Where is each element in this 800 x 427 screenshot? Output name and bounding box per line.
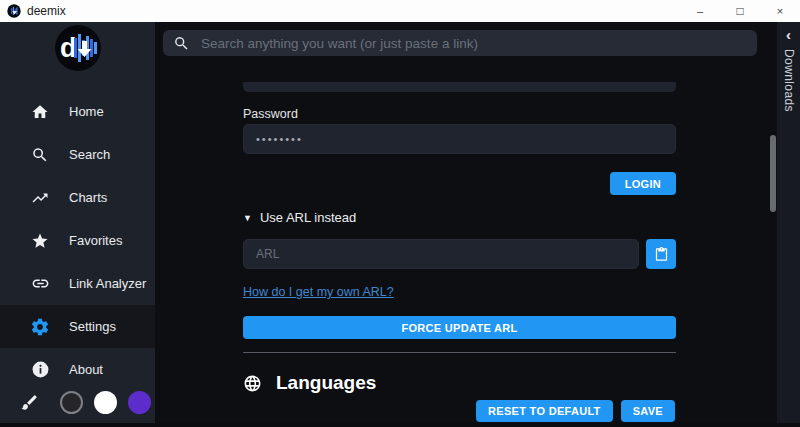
arl-help-link-wrap: How do I get my own ARL? (243, 282, 676, 300)
sidebar-item-label: Home (69, 104, 104, 119)
arl-input[interactable] (243, 239, 639, 269)
downloads-panel-tab[interactable]: ‹ Downloads (777, 22, 800, 427)
sidebar-item-search[interactable]: Search (0, 133, 155, 176)
paste-arl-button[interactable] (646, 239, 676, 269)
sidebar-item-home[interactable]: Home (0, 90, 155, 133)
main-content: Password LOGIN ▼ Use ARL instead How d (155, 22, 777, 427)
app-body: d Home (0, 22, 800, 427)
window-title: deemix (27, 4, 66, 18)
search-icon (173, 35, 190, 52)
theme-picker (0, 391, 155, 414)
theme-dark-swatch[interactable] (60, 391, 83, 414)
deemix-window: deemix – □ × d (0, 0, 800, 427)
chevron-left-icon[interactable]: ‹ (786, 27, 791, 42)
home-icon (30, 103, 50, 121)
minimize-icon[interactable]: – (680, 0, 720, 22)
theme-circles (60, 391, 151, 414)
settings-scroll-area: Password LOGIN ▼ Use ARL instead How d (243, 78, 676, 394)
sidebar-item-settings[interactable]: Settings (0, 305, 155, 348)
password-input[interactable] (243, 124, 676, 154)
login-row: LOGIN (243, 172, 676, 195)
email-input-partial[interactable] (243, 82, 676, 92)
login-button[interactable]: LOGIN (610, 172, 676, 195)
arl-input-row (243, 239, 676, 269)
titlebar: deemix – □ × (0, 0, 800, 22)
sidebar-item-link-analyzer[interactable]: Link Analyzer (0, 262, 155, 305)
sidebar-item-about[interactable]: About (0, 348, 155, 391)
star-icon (30, 232, 50, 250)
window-bottom-edge (0, 423, 800, 427)
force-update-arl-button[interactable]: FORCE UPDATE ARL (243, 316, 676, 339)
sidebar-item-label: Link Analyzer (69, 276, 146, 291)
sidebar-item-favorites[interactable]: Favorites (0, 219, 155, 262)
reset-to-default-button[interactable]: RESET TO DEFAULT (476, 400, 613, 422)
maximize-icon[interactable]: □ (720, 0, 760, 22)
use-arl-label: Use ARL instead (260, 210, 356, 225)
sidebar-item-label: About (69, 362, 103, 377)
sidebar-item-label: Search (69, 147, 110, 162)
chevron-down-icon: ▼ (243, 213, 252, 223)
arl-help-link[interactable]: How do I get my own ARL? (243, 285, 394, 299)
settings-footer: RESET TO DEFAULT SAVE (476, 400, 675, 422)
deemix-logo[interactable]: d (0, 22, 155, 72)
clipboard-icon (654, 247, 669, 262)
section-divider (243, 352, 676, 353)
sidebar: d Home (0, 22, 155, 427)
password-label: Password (243, 107, 676, 121)
close-icon[interactable]: × (760, 0, 800, 22)
sidebar-item-label: Settings (69, 319, 116, 334)
sidebar-item-label: Charts (69, 190, 107, 205)
window-controls: – □ × (680, 0, 800, 22)
app-icon (7, 4, 21, 18)
theme-light-swatch[interactable] (94, 391, 117, 414)
sidebar-item-label: Favorites (69, 233, 122, 248)
gear-icon (30, 317, 50, 337)
sidebar-item-charts[interactable]: Charts (0, 176, 155, 219)
paintbrush-icon (19, 393, 39, 412)
sidebar-nav: Home Search Charts (0, 90, 155, 391)
charts-icon (30, 189, 50, 207)
scrollbar-thumb[interactable] (770, 135, 776, 212)
globe-icon (243, 374, 262, 393)
languages-title: Languages (276, 372, 376, 394)
search-icon (30, 146, 50, 164)
info-icon (30, 360, 50, 379)
link-icon (30, 274, 50, 293)
use-arl-toggle[interactable]: ▼ Use ARL instead (243, 210, 676, 225)
downloads-tab-label: Downloads (782, 49, 796, 112)
search-input[interactable] (199, 35, 747, 52)
languages-section-header: Languages (243, 372, 676, 394)
deemix-logo-icon: d (54, 24, 102, 72)
save-button[interactable]: SAVE (621, 400, 675, 422)
theme-purple-swatch[interactable] (128, 391, 151, 414)
search-bar (163, 30, 757, 56)
